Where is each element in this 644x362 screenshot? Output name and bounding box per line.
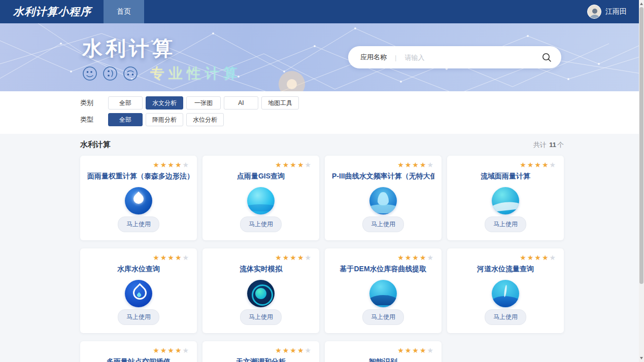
filter-row-category: 类别 全部 水文分析 一张图 AI 地图工具 (80, 96, 564, 110)
smiley-icon-2 (103, 66, 118, 81)
filter-row-type: 类型 全部 降雨分析 水位分析 (80, 113, 564, 126)
splash-icon (492, 280, 519, 307)
scrollbar-thumb[interactable] (639, 7, 643, 284)
page: 水利计算小程序 首页 江雨田 (0, 0, 644, 362)
app-card[interactable]: ★★★★★ 基于DEM水位库容曲线提取 马上使用 (325, 248, 442, 333)
app-card-title: 面雨量权重计算（泰森多边形法） (87, 172, 190, 181)
tab-home-label: 首页 (117, 7, 131, 16)
app-card-title: 河道水位流量查询 (454, 265, 557, 274)
app-card-title: 基于DEM水位库容曲线提取 (332, 265, 434, 274)
section-title: 水利计算 (80, 140, 111, 150)
filter-category-ai[interactable]: AI (224, 96, 258, 110)
use-now-button[interactable]: 马上使用 (118, 309, 159, 325)
search-bar: 应用名称 | (348, 46, 561, 68)
filter-category-label: 类别 (80, 98, 108, 107)
hero-subtitle: 专业性计算 (150, 64, 242, 83)
rating-stars: ★★★★★ (87, 161, 190, 169)
app-card[interactable]: ★★★★★ 流域面雨量计算 马上使用 (447, 156, 564, 240)
user-avatar[interactable] (587, 5, 601, 19)
app-card[interactable]: ★★★★★ 智能识别 马上使用 (325, 341, 442, 362)
search-icon[interactable] (541, 52, 552, 63)
rating-stars: ★★★★★ (210, 254, 312, 262)
filter-type-waterlevel[interactable]: 水位分析 (186, 113, 224, 126)
filter-type-label: 类型 (80, 115, 108, 124)
app-card-title: 水库水位查询 (87, 265, 190, 274)
smiley-icon-3 (123, 66, 138, 81)
search-divider: | (395, 54, 396, 61)
use-now-button[interactable]: 马上使用 (362, 216, 404, 232)
rating-stars: ★★★★★ (87, 346, 190, 354)
hero-subtitle-row: 专业性计算 (82, 64, 242, 83)
sea-wave-icon (369, 280, 397, 307)
app-card-grid: ★★★★★ 面雨量权重计算（泰森多边形法） 马上使用 ★★★★★ 点雨量GIS查… (80, 156, 564, 362)
app-card[interactable]: ★★★★★ 天文潮调和分析 马上使用 (202, 341, 319, 362)
rating-stars: ★★★★★ (454, 161, 557, 169)
app-card[interactable]: ★★★★★ P-III曲线水文频率计算（无特大值） 马上使用 (325, 156, 442, 240)
use-now-button[interactable]: 马上使用 (485, 216, 526, 232)
rating-stars: ★★★★★ (332, 161, 434, 169)
app-card[interactable]: ★★★★★ 水库水位查询 马上使用 (80, 248, 197, 333)
use-now-button[interactable]: 马上使用 (240, 309, 282, 325)
filter-type-all[interactable]: 全部 (108, 113, 143, 126)
wave-sphere-icon (492, 187, 519, 214)
hero-title: 水利计算 (82, 34, 176, 62)
app-card[interactable]: ★★★★★ 多雨量站点空间插值 马上使用 (80, 341, 197, 362)
app-card[interactable]: ★★★★★ 流体实时模拟 马上使用 (202, 248, 319, 333)
drop-outline-icon (125, 280, 152, 307)
app-card-title: 流体实时模拟 (210, 265, 312, 274)
rating-stars: ★★★★★ (332, 346, 434, 354)
scrollbar-down-arrow-icon[interactable] (640, 357, 643, 359)
use-now-button[interactable]: 马上使用 (240, 216, 282, 232)
top-navbar: 水利计算小程序 首页 江雨田 (0, 0, 644, 23)
rating-stars: ★★★★★ (454, 254, 557, 262)
username-text: 江雨田 (605, 7, 627, 16)
hero-banner: 水利计算 专业性计算 (0, 23, 644, 91)
section-count: 共计 11个 (533, 140, 564, 150)
search-label: 应用名称 (360, 53, 387, 62)
smiley-icon-1 (82, 66, 97, 81)
app-card-title: 智能识别 (332, 357, 434, 362)
fluid-ring-icon (247, 280, 275, 307)
filter-panel: 类别 全部 水文分析 一张图 AI 地图工具 类型 全部 降雨分析 水位分析 (0, 91, 644, 134)
scrollbar-up-arrow-icon[interactable] (640, 3, 643, 5)
app-card-title: 天文潮调和分析 (210, 357, 312, 362)
filter-category-maptools[interactable]: 地图工具 (261, 96, 299, 110)
app-card-title: P-III曲线水文频率计算（无特大值） (332, 172, 434, 181)
wave-drop-icon (369, 187, 397, 214)
tab-home[interactable]: 首页 (104, 0, 144, 23)
use-now-button[interactable]: 马上使用 (485, 309, 526, 325)
filter-category-onemap[interactable]: 一张图 (186, 96, 221, 110)
use-now-button[interactable]: 马上使用 (362, 309, 404, 325)
rating-stars: ★★★★★ (210, 346, 312, 354)
filter-type-rainfall[interactable]: 降雨分析 (146, 113, 183, 126)
filter-category-all[interactable]: 全部 (108, 96, 143, 110)
rating-stars: ★★★★★ (332, 254, 434, 262)
app-card[interactable]: ★★★★★ 河道水位流量查询 马上使用 (447, 248, 564, 333)
app-card-title: 多雨量站点空间插值 (87, 357, 190, 362)
main-content: 水利计算 共计 11个 ★★★★★ 面雨量权重计算（泰森多边形法） 马上使用 ★… (80, 134, 564, 362)
app-card[interactable]: ★★★★★ 面雨量权重计算（泰森多边形法） 马上使用 (80, 156, 197, 240)
app-card[interactable]: ★★★★★ 点雨量GIS查询 马上使用 (202, 156, 319, 240)
user-menu[interactable]: 江雨田 (587, 5, 644, 19)
use-now-button[interactable]: 马上使用 (118, 216, 159, 232)
rating-stars: ★★★★★ (210, 161, 312, 169)
search-input[interactable] (404, 54, 541, 61)
rating-stars: ★★★★★ (87, 254, 190, 262)
app-logo: 水利计算小程序 (0, 5, 104, 19)
globe-icon (247, 187, 275, 214)
filter-category-hydrology[interactable]: 水文分析 (146, 96, 183, 110)
section-header: 水利计算 共计 11个 (80, 140, 564, 150)
app-card-title: 流域面雨量计算 (454, 172, 557, 181)
person-icon (588, 6, 601, 19)
app-card-title: 点雨量GIS查询 (210, 172, 312, 181)
water-drop-icon (125, 187, 152, 214)
vertical-scrollbar[interactable] (639, 0, 644, 362)
